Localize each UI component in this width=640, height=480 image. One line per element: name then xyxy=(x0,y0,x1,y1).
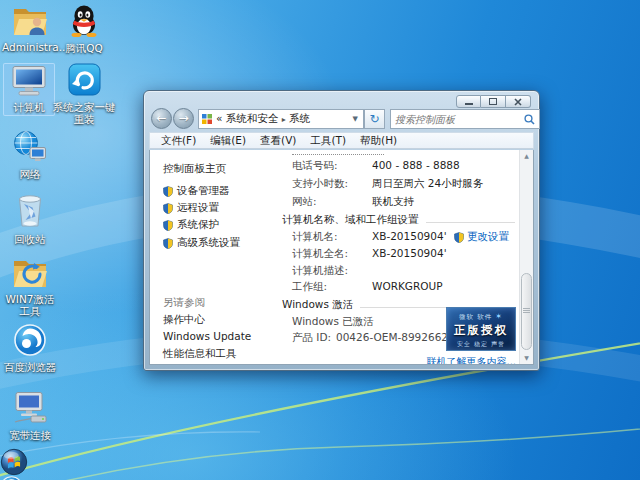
sidebar-item-label: 设备管理器 xyxy=(177,184,230,198)
genuine-windows-badge[interactable]: 微软 软件 ✶ 正版授权 安全 稳定 声誉 xyxy=(446,307,516,351)
qq-penguin-icon xyxy=(69,4,99,37)
computer-name-row: 计算机名: XB-20150904' 更改设置 xyxy=(292,230,515,244)
desktop-icon-onekey-reinstall[interactable]: 系统之家一键重装 xyxy=(52,63,116,125)
sidebar-item-device-manager[interactable]: 设备管理器 xyxy=(163,184,230,198)
workgroup-row: 工作组: WORKGROUP xyxy=(292,280,515,294)
forward-button[interactable]: → xyxy=(173,108,194,129)
breadcrumb-current[interactable]: 系统 xyxy=(289,112,310,124)
sidebar-item-label: 系统保护 xyxy=(177,218,219,232)
support-hours-label: 支持小时数: xyxy=(292,177,348,191)
menu-edit[interactable]: 编辑(E) xyxy=(203,133,253,149)
scroll-up-icon[interactable]: ▲ xyxy=(520,150,533,162)
desktop-icon-label: 计算机 xyxy=(4,101,54,113)
baidu-browser-icon xyxy=(14,324,46,356)
back-button[interactable]: ← xyxy=(151,108,172,129)
sidebar-item-system-protection[interactable]: 系统保护 xyxy=(163,218,219,232)
desktop-icon-computer[interactable]: 计算机 xyxy=(3,63,55,116)
desktop-icon-label: 网络 xyxy=(2,168,58,180)
computer-description-row: 计算机描述: xyxy=(292,264,515,278)
uac-shield-icon xyxy=(163,238,173,249)
window-body: 控制面板主页 设备管理器 远程设置 xyxy=(149,150,534,365)
breadcrumb-separator-icon: ▸ xyxy=(282,115,286,124)
support-hours-row: 支持小时数: 周日至周六 24小时服务 xyxy=(292,177,515,191)
control-panel-icon xyxy=(202,114,212,124)
menu-file[interactable]: 文件(F) xyxy=(154,133,203,149)
menu-view[interactable]: 查看(V) xyxy=(253,133,303,149)
search-icon xyxy=(524,114,535,125)
taskbar: 控制面板\系统和... 下午 6:49 2015/9/4 星期五 xyxy=(0,448,640,480)
computer-name-section-header: 计算机名称、域和工作组设置 xyxy=(282,213,515,227)
desktop-icon-broadband-connection[interactable]: 宽带连接 xyxy=(2,392,58,441)
computer-description-label: 计算机描述: xyxy=(292,264,348,278)
sidebar-item-remote-settings[interactable]: 远程设置 xyxy=(163,201,219,215)
vertical-scrollbar[interactable]: ▲ ▼ xyxy=(519,150,533,364)
badge-star-icon: ✶ xyxy=(495,312,503,321)
computer-fullname-label: 计算机全名: xyxy=(292,247,348,261)
search-input[interactable] xyxy=(391,114,524,125)
section-rule xyxy=(426,222,516,223)
see-also-header: 另请参阅 xyxy=(163,296,205,310)
desktop-icon-label: 系统之家一键重装 xyxy=(52,101,116,125)
address-dropdown-icon[interactable]: ▼ xyxy=(351,115,360,123)
desktop-icon-label: WIN7激活工具 xyxy=(2,293,58,317)
learn-more-link[interactable]: 联机了解更多内容... xyxy=(426,355,516,364)
badge-title: 正版授权 xyxy=(447,323,515,338)
uac-shield-icon xyxy=(454,232,464,243)
breadcrumb-collapsed-chevron[interactable]: « xyxy=(216,112,222,124)
computer-icon xyxy=(11,66,47,96)
sidebar-item-label: 远程设置 xyxy=(177,201,219,215)
close-icon xyxy=(514,98,522,106)
phone-label: 电话号码: xyxy=(292,159,338,173)
desktop-icon-qq[interactable]: 腾讯QQ xyxy=(56,4,112,54)
sidebar-item-advanced-system-settings[interactable]: 高级系统设置 xyxy=(163,236,240,250)
desktop-icon-win7-activation-tool[interactable]: WIN7激活工具 xyxy=(2,257,58,317)
product-id-label: 产品 ID: xyxy=(292,331,331,345)
network-globe-icon xyxy=(13,130,47,163)
user-folder-icon xyxy=(13,5,47,36)
sidebar-item-control-panel-home[interactable]: 控制面板主页 xyxy=(163,162,226,176)
menu-tools[interactable]: 工具(T) xyxy=(303,133,353,149)
minimize-icon xyxy=(465,103,473,105)
desktop-icon-recycle-bin[interactable]: 回收站 xyxy=(2,192,58,245)
desktop-icon-label: 百度浏览器 xyxy=(2,361,58,373)
tool-folder-icon xyxy=(13,257,47,288)
menu-help[interactable]: 帮助(H) xyxy=(353,133,404,149)
sidebar-item-performance-tools[interactable]: 性能信息和工具 xyxy=(163,347,237,361)
computer-fullname-value: XB-20150904' xyxy=(372,247,447,259)
computer-fullname-row: 计算机全名: XB-20150904' xyxy=(292,247,515,261)
breadcrumb[interactable]: « 系统和安全 ▸ 系统 xyxy=(216,112,351,126)
refresh-icon: ↻ xyxy=(369,112,379,126)
computer-name-label: 计算机名: xyxy=(292,230,338,244)
online-support-link[interactable]: 联机支持 xyxy=(372,195,414,209)
website-row: 网站: 联机支持 xyxy=(292,195,515,209)
desktop-icon-label: 腾讯QQ xyxy=(56,42,112,54)
computer-name-value: XB-20150904' xyxy=(372,230,447,242)
start-button[interactable] xyxy=(0,448,28,476)
change-settings[interactable]: 更改设置 xyxy=(454,230,509,244)
maximize-icon xyxy=(489,98,497,105)
uac-shield-icon xyxy=(163,203,173,214)
sidebar-item-action-center[interactable]: 操作中心 xyxy=(163,313,205,327)
scroll-down-icon[interactable]: ▼ xyxy=(520,352,533,364)
refresh-button[interactable]: ↻ xyxy=(364,109,385,129)
menu-bar: 文件(F) 编辑(E) 查看(V) 工具(T) 帮助(H) xyxy=(149,132,534,149)
scrollbar-thumb[interactable] xyxy=(521,273,532,350)
breadcrumb-root[interactable]: 系统和安全 xyxy=(226,112,279,124)
phone-row: 电话号码: 400 - 888 - 8888 xyxy=(292,159,515,173)
desktop-icon-baidu-browser[interactable]: 百度浏览器 xyxy=(2,324,58,373)
change-settings-link[interactable]: 更改设置 xyxy=(467,230,509,244)
navigation-bar: ← → « 系统和安全 ▸ 系统 ▼ ↻ xyxy=(149,107,534,131)
sidebar-item-windows-update[interactable]: Windows Update xyxy=(163,330,251,342)
desktop-icon-administrator[interactable]: Administra... xyxy=(2,5,58,53)
desktop-icon-label: Administra... xyxy=(2,41,58,53)
taskbar-baidu-browser-button[interactable] xyxy=(0,476,640,480)
search-box[interactable] xyxy=(390,109,540,129)
desktop-icon-label: 回收站 xyxy=(2,233,58,245)
address-bar[interactable]: « 系统和安全 ▸ 系统 ▼ xyxy=(198,109,364,129)
desktop-icon-network[interactable]: 网络 xyxy=(2,130,58,180)
onekey-reinstall-icon xyxy=(68,63,101,96)
system-window: ← → « 系统和安全 ▸ 系统 ▼ ↻ xyxy=(143,90,540,371)
desktop-background: Administra... 腾讯QQ 计算机 xyxy=(0,0,640,480)
website-label: 网站: xyxy=(292,195,317,209)
baidu-browser-icon xyxy=(0,476,23,480)
